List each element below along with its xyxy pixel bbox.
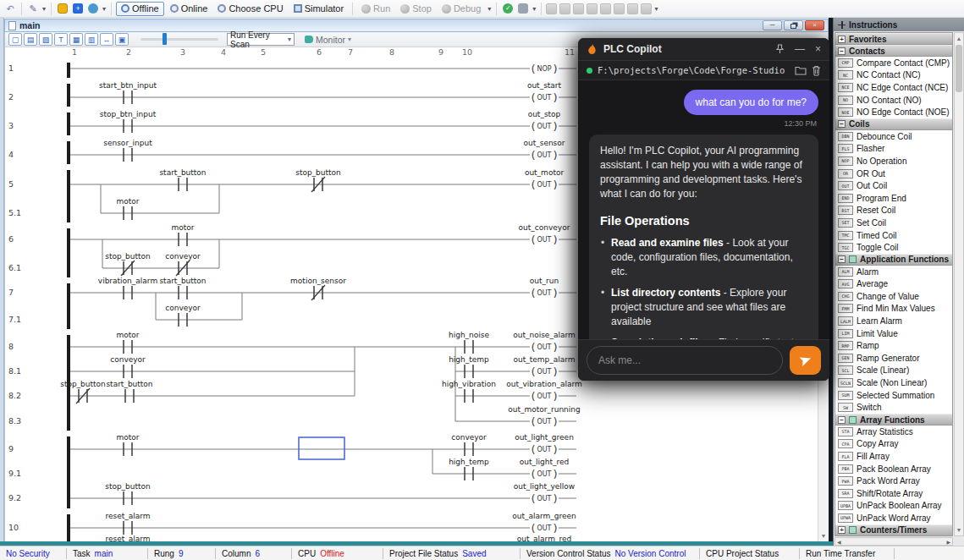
ladder-coil-out_run[interactable]: ()OUTout_run [530, 277, 559, 300]
ladder-contact-motor[interactable]: motor [116, 433, 139, 456]
ladder-contact-stop_button[interactable]: stop_button [105, 482, 151, 505]
package-icon[interactable] [86, 2, 100, 15]
scroll-left-icon[interactable]: ◀ [837, 539, 841, 545]
section-checkbox[interactable] [849, 255, 857, 263]
ladder-contact-start_btn_input[interactable]: start_btn_input [99, 81, 157, 104]
ladder-contact-conveyor[interactable]: conveyor [165, 252, 201, 276]
bell-icon[interactable] [546, 3, 557, 14]
doc-icon[interactable] [627, 3, 638, 14]
export-icon[interactable]: ▣ [115, 33, 129, 46]
scroll-up-icon[interactable]: ▲ [954, 33, 964, 44]
instruction-item[interactable]: FLAFill Array [835, 450, 952, 463]
ladder-contact-high_vibration[interactable]: high_vibration [442, 380, 496, 403]
section-header-array-functions[interactable]: −Array Functions [835, 414, 952, 425]
instruction-item[interactable]: SETSet Coil [835, 217, 952, 229]
watch-icon[interactable] [587, 3, 598, 14]
debug-dropdown-caret[interactable]: ▾ [488, 5, 491, 13]
restore-button[interactable] [784, 20, 803, 30]
instruction-item[interactable]: SRAShift/Rotate Array [835, 487, 952, 500]
instruction-item[interactable]: RMPRamp [835, 339, 952, 352]
minimize-button[interactable]: ─ [763, 20, 782, 30]
selection-box[interactable] [299, 437, 344, 459]
more-dropdown-caret[interactable]: ▾ [654, 5, 658, 13]
collapse-icon[interactable]: − [838, 255, 846, 263]
ladder-coil-out_stop[interactable]: ()OUTout_stop [528, 110, 561, 134]
instruction-item[interactable]: PWAPack Word Array [835, 475, 952, 487]
ladder-coil-out_vibration_alarm[interactable]: ()OUTout_vibration_alarm [506, 380, 582, 404]
instruction-item[interactable]: OUTOut Coil [835, 179, 952, 192]
scroll-right-icon[interactable]: ▶ [946, 539, 950, 545]
ladder-contact-reset_alarm[interactable]: reset_alarm [105, 512, 150, 535]
view-rows-icon[interactable]: ▤ [24, 33, 37, 46]
instruction-item[interactable]: UPWAUnPack Word Array [835, 512, 952, 524]
undo-icon[interactable]: ↶ [3, 2, 17, 15]
instruction-item[interactable]: CPACopy Array [835, 438, 952, 451]
instruction-item[interactable]: AVGAverage [835, 278, 952, 291]
instruction-item[interactable]: SUMSelected Summation [835, 389, 952, 402]
instruction-item[interactable]: RSTReset Coil [835, 205, 952, 217]
ladder-coil-out_light_yellow[interactable]: ()OUTout_light_yellow [514, 482, 575, 506]
scroll-down-icon[interactable]: ▼ [954, 524, 964, 535]
instruction-item[interactable]: CHGChange of Value [835, 290, 952, 303]
copilot-header[interactable]: PLC Copilot — × [578, 38, 829, 61]
print-icon[interactable] [641, 3, 652, 14]
connect-dropdown-caret[interactable]: ▾ [102, 5, 106, 13]
ladder-coil-out_conveyor[interactable]: ()OUTout_conveyor [519, 223, 570, 247]
folder-icon[interactable] [795, 65, 807, 75]
section-checkbox[interactable] [849, 526, 857, 534]
minimize-icon[interactable]: — [795, 44, 805, 54]
close-icon[interactable]: × [815, 44, 821, 54]
scan-mode-select[interactable]: Run Every Scan ▾ [227, 33, 295, 46]
ladder-contact-conveyor[interactable]: conveyor [110, 355, 146, 378]
send-button[interactable] [790, 346, 821, 375]
view-grid-icon[interactable]: ▦ [69, 33, 83, 46]
ladder-contact-start_button[interactable]: start_button [106, 380, 152, 403]
zoom-slider[interactable] [140, 38, 218, 41]
collapse-icon[interactable]: − [838, 416, 846, 424]
close-button[interactable]: × [805, 20, 824, 30]
ladder-contact-high_temp[interactable]: high_temp [449, 458, 489, 480]
simulator-button[interactable]: Simulator [289, 2, 348, 16]
online-button[interactable]: Online [166, 2, 212, 16]
ladder-contact-high_noise[interactable]: high_noise [449, 331, 490, 354]
ladder-coil-out_light_green[interactable]: ()OUTout_light_green [515, 433, 574, 457]
instruction-item[interactable]: NONO Contact (NO) [835, 94, 952, 107]
instruction-item[interactable]: LIMLimit Value [835, 327, 952, 340]
instruction-item[interactable]: LALMLearn Alarm [835, 315, 952, 327]
instruction-item[interactable]: NCNC Contact (NC) [835, 69, 952, 82]
instruction-item[interactable]: NOENO Edge Contact (NOE) [835, 106, 952, 118]
pin-icon[interactable] [775, 44, 785, 54]
comment-icon[interactable] [516, 2, 530, 15]
document-titlebar[interactable]: main ─ × [4, 19, 829, 32]
instructions-vertical-scrollbar[interactable]: ▲ ▼ [954, 32, 964, 536]
instruction-item[interactable]: ALMAlarm [835, 266, 952, 278]
alarm-icon[interactable] [559, 3, 570, 14]
instruction-item[interactable]: OROR Out [835, 167, 952, 180]
ladder-contact-motor[interactable]: motor [171, 223, 194, 246]
instructions-horizontal-scrollbar[interactable]: ◀ ▶ [835, 537, 953, 546]
view-box-icon[interactable]: ▢ [8, 33, 22, 46]
view-columns-icon[interactable]: ▥ [85, 33, 98, 46]
run-button[interactable]: Run [357, 2, 394, 16]
instruction-item[interactable]: DBNDebounce Coil [835, 130, 952, 143]
ladder-coil-out_temp_alarm[interactable]: ()OUTout_temp_alarm [513, 355, 575, 379]
instruction-item[interactable]: CMPCompare Contact (CMP) [835, 57, 952, 69]
instruction-item[interactable]: SCLScale (Linear) [835, 365, 952, 377]
ladder-contact-start_button[interactable]: start_button [159, 168, 206, 191]
expand-icon[interactable]: + [838, 526, 846, 534]
flag-icon[interactable] [573, 3, 584, 14]
choose-cpu-button[interactable]: Choose CPU [213, 2, 287, 16]
swap-icon[interactable]: ↔ [100, 33, 113, 46]
instruction-item[interactable]: SCLNScale (Non Linear) [835, 376, 952, 389]
ladder-contact-high_temp[interactable]: high_temp [449, 355, 489, 378]
instruction-item[interactable]: UPBAUnPack Boolean Array [835, 500, 952, 513]
section-header-contacts[interactable]: −Contacts [835, 45, 952, 57]
lock-icon[interactable] [56, 2, 69, 15]
instruction-item[interactable]: SWSwitch [835, 401, 952, 414]
ladder-coil-out_light_red[interactable]: ()OUTout_light_red [520, 458, 569, 481]
section-checkbox[interactable] [849, 416, 857, 424]
section-header-favorites[interactable]: +Favorites [835, 33, 952, 45]
collapsed-panel-strip[interactable] [0, 18, 4, 541]
cursor-icon[interactable] [614, 3, 625, 14]
ladder-contact-motor[interactable]: motor [116, 331, 139, 354]
